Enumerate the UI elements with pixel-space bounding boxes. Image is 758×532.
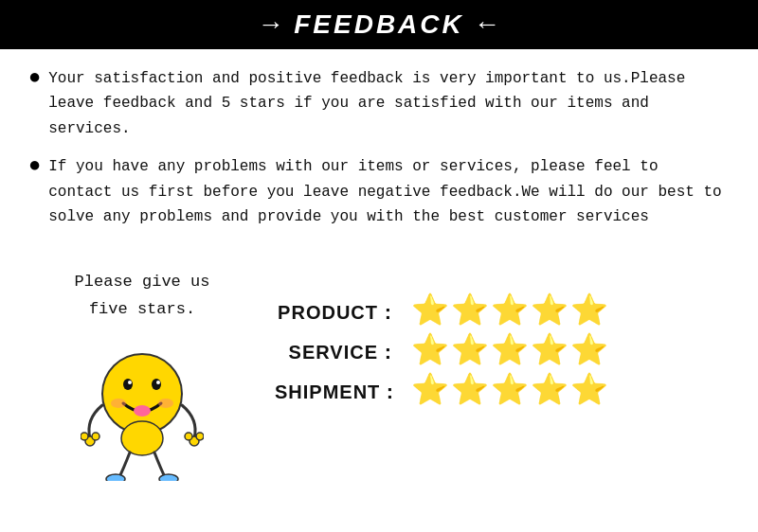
- star-icon: ⭐: [411, 297, 449, 328]
- star-icon: ⭐: [570, 377, 608, 407]
- svg-point-12: [185, 433, 192, 440]
- svg-point-13: [196, 433, 204, 440]
- smiley-illustration: [81, 339, 204, 471]
- please-text: Please give us five stars.: [75, 269, 210, 324]
- svg-point-3: [128, 381, 132, 384]
- arrow-left-icon: →: [262, 10, 279, 40]
- star-icon: ⭐: [531, 377, 568, 407]
- star-icon: ⭐: [411, 337, 449, 367]
- svg-point-9: [81, 433, 88, 440]
- svg-point-6: [158, 399, 173, 408]
- star-icon: ⭐: [491, 377, 529, 407]
- star-icon: ⭐: [570, 297, 608, 328]
- header-bar: → FEEDBACK ←: [0, 0, 758, 49]
- star-icon: ⭐: [570, 337, 608, 367]
- bullet-icon-1: ●: [28, 68, 41, 89]
- header-title: FEEDBACK: [294, 9, 464, 40]
- star-icon: ⭐: [531, 297, 568, 328]
- svg-point-5: [111, 399, 126, 408]
- svg-point-7: [134, 405, 151, 417]
- bullet-item-1: ● Your satisfaction and positive feedbac…: [28, 66, 730, 141]
- star-icon: ⭐: [451, 377, 489, 407]
- left-column: Please give us five stars.: [47, 269, 237, 471]
- star-icon: ⭐: [491, 337, 529, 367]
- shipment-label: SHIPMENT：: [275, 380, 398, 405]
- ratings-column: PRODUCT： ⭐ ⭐ ⭐ ⭐ ⭐ SERVICE： ⭐ ⭐ ⭐ ⭐ ⭐ SH…: [275, 269, 608, 407]
- product-label: PRODUCT：: [275, 300, 398, 326]
- svg-point-2: [152, 379, 161, 390]
- product-rating-row: PRODUCT： ⭐ ⭐ ⭐ ⭐ ⭐: [275, 297, 608, 328]
- svg-point-4: [156, 381, 160, 384]
- svg-point-16: [159, 474, 178, 481]
- star-icon: ⭐: [491, 297, 529, 328]
- star-icon: ⭐: [531, 337, 568, 367]
- product-stars: ⭐ ⭐ ⭐ ⭐ ⭐: [411, 297, 608, 328]
- shipment-rating-row: SHIPMENT： ⭐ ⭐ ⭐ ⭐ ⭐: [275, 377, 608, 407]
- star-icon: ⭐: [451, 337, 489, 367]
- star-icon: ⭐: [451, 297, 489, 328]
- service-label: SERVICE：: [275, 340, 398, 365]
- star-icon: ⭐: [411, 377, 449, 407]
- bottom-section: Please give us five stars.: [0, 252, 758, 471]
- bullet-text-1: Your satisfaction and positive feedback …: [48, 66, 730, 141]
- service-stars: ⭐ ⭐ ⭐ ⭐ ⭐: [411, 337, 608, 367]
- svg-point-15: [106, 474, 125, 481]
- service-rating-row: SERVICE： ⭐ ⭐ ⭐ ⭐ ⭐: [275, 337, 608, 367]
- svg-point-14: [121, 421, 163, 455]
- svg-point-10: [92, 433, 99, 440]
- shipment-stars: ⭐ ⭐ ⭐ ⭐ ⭐: [411, 377, 608, 407]
- arrow-right-icon: ←: [479, 10, 496, 40]
- bullet-item-2: ● If you have any problems with our item…: [28, 154, 730, 229]
- content-area: ● Your satisfaction and positive feedbac…: [0, 49, 758, 252]
- bullet-text-2: If you have any problems with our items …: [48, 154, 730, 229]
- svg-point-1: [123, 379, 133, 390]
- bullet-icon-2: ●: [28, 156, 41, 177]
